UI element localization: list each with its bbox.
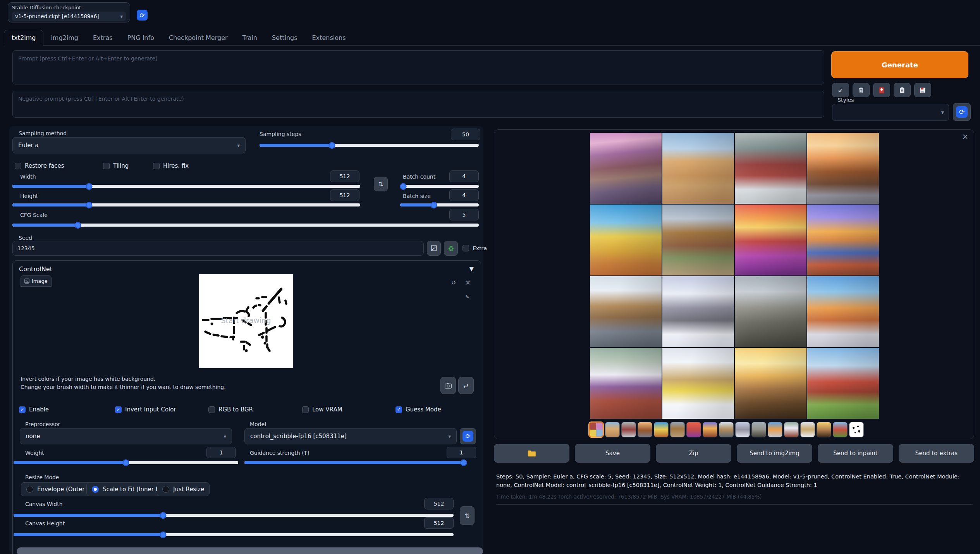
- tab-png-info[interactable]: PNG Info: [120, 30, 162, 45]
- thumbnail-16[interactable]: [833, 422, 848, 437]
- thumbnail-13[interactable]: [784, 422, 799, 437]
- low-vram-checkbox[interactable]: Low VRAM: [302, 406, 342, 413]
- thumbnail-12[interactable]: [768, 422, 782, 437]
- tab-train[interactable]: Train: [235, 30, 265, 45]
- rgb-to-bgr-checkbox[interactable]: RGB to BGR: [208, 406, 253, 413]
- width-value[interactable]: 512: [330, 170, 359, 182]
- gallery-image-13[interactable]: [590, 348, 662, 419]
- thumbnail-9[interactable]: [719, 422, 734, 437]
- brush-icon[interactable]: ✎: [465, 294, 469, 300]
- gallery-image-8[interactable]: [807, 205, 879, 275]
- restore-faces-checkbox[interactable]: Restore faces: [15, 162, 64, 169]
- controlnet-drawing-canvas[interactable]: Start drawing: [199, 274, 293, 368]
- send-to-img2img-button[interactable]: Send to img2img: [737, 444, 812, 463]
- sampling-steps-slider[interactable]: [260, 142, 479, 149]
- seed-input[interactable]: [12, 241, 424, 256]
- gallery-image-10[interactable]: [662, 276, 734, 347]
- thumbnail-6[interactable]: [670, 422, 685, 437]
- thumbnail-15[interactable]: [817, 422, 831, 437]
- gallery-image-4[interactable]: [807, 133, 879, 204]
- model-dropdown[interactable]: control_scribble-fp16 [c508311e] ▾: [244, 428, 457, 444]
- undo-drawing-icon[interactable]: ↺: [451, 279, 456, 286]
- generate-button[interactable]: Generate: [831, 51, 968, 78]
- prompt-input[interactable]: [12, 50, 824, 84]
- thumbnail-7[interactable]: [686, 422, 701, 437]
- guess-mode-checkbox[interactable]: Guess Mode: [395, 406, 441, 413]
- cfg-scale-slider[interactable]: [12, 222, 479, 229]
- gallery-image-16[interactable]: [807, 348, 879, 419]
- invert-input-color-checkbox[interactable]: Invert Input Color: [115, 406, 176, 413]
- gallery-image-6[interactable]: [662, 205, 734, 275]
- sampling-method-dropdown[interactable]: Euler a ▾: [12, 137, 246, 153]
- gallery-image-3[interactable]: [735, 133, 806, 204]
- random-seed-button[interactable]: ⚂: [427, 241, 441, 256]
- open-folder-button[interactable]: [494, 444, 569, 463]
- height-value[interactable]: 512: [330, 189, 359, 201]
- refresh-models-button[interactable]: ⟳: [462, 431, 473, 442]
- clear-image-icon[interactable]: ×: [465, 279, 471, 286]
- sampling-steps-value[interactable]: 50: [451, 129, 480, 140]
- thumbnail-5[interactable]: [654, 422, 669, 437]
- zip-button[interactable]: Zip: [656, 444, 731, 463]
- gallery-image-2[interactable]: [662, 133, 734, 204]
- swap-dimensions-button[interactable]: ⇅: [374, 177, 388, 191]
- height-slider[interactable]: [12, 201, 360, 208]
- gallery-image-11[interactable]: [735, 276, 806, 347]
- hires-fix-checkbox[interactable]: Hires. fix: [153, 162, 189, 169]
- thumbnail-3[interactable]: [621, 422, 636, 437]
- thumbnail-8[interactable]: [703, 422, 717, 437]
- guidance-strength-value[interactable]: 1: [447, 447, 476, 458]
- send-to-extras-button[interactable]: Send to extras: [899, 444, 974, 463]
- canvas-height-value[interactable]: 512: [424, 517, 454, 529]
- refresh-checkpoint-button[interactable]: ⟳: [137, 10, 148, 21]
- weight-slider[interactable]: [14, 459, 238, 466]
- send-to-inpaint-button[interactable]: Send to inpaint: [818, 444, 893, 463]
- gallery-image-5[interactable]: [590, 205, 662, 275]
- clear-prompt-button[interactable]: [853, 83, 870, 97]
- preprocessor-dropdown[interactable]: none ▾: [20, 428, 232, 444]
- apply-style-button[interactable]: [894, 83, 911, 97]
- tab-extras[interactable]: Extras: [86, 30, 120, 45]
- tab-txt2img[interactable]: txt2img: [4, 30, 43, 46]
- gallery-image-12[interactable]: [807, 276, 879, 347]
- extra-networks-button[interactable]: [873, 83, 890, 97]
- gallery-image-15[interactable]: [735, 348, 806, 419]
- save-style-button[interactable]: [914, 83, 931, 97]
- reuse-seed-button[interactable]: ♻: [444, 241, 458, 256]
- thumbnail-scribble-map[interactable]: [849, 422, 864, 437]
- canvas-width-slider[interactable]: [14, 512, 454, 519]
- tab-img2img[interactable]: img2img: [43, 30, 86, 45]
- swap-canvas-dimensions-button[interactable]: ⇅: [460, 506, 475, 525]
- gallery-image-1[interactable]: [590, 133, 662, 204]
- thumbnail-10[interactable]: [735, 422, 750, 437]
- canvas-height-slider[interactable]: [14, 531, 454, 538]
- batch-count-value[interactable]: 4: [449, 170, 479, 182]
- checkpoint-dropdown[interactable]: v1-5-pruned.ckpt [e1441589a6] ▾: [12, 12, 126, 21]
- collapsed-section-bar[interactable]: [17, 547, 483, 554]
- extra-seed-checkbox[interactable]: Extra: [462, 245, 487, 251]
- batch-count-slider[interactable]: [400, 183, 479, 190]
- tab-checkpoint-merger[interactable]: Checkpoint Merger: [162, 30, 235, 45]
- save-button[interactable]: Save: [575, 444, 650, 463]
- weight-value[interactable]: 1: [206, 447, 236, 458]
- mirror-image-button[interactable]: ⇄: [458, 377, 474, 394]
- refresh-styles-button[interactable]: ⟳: [956, 106, 968, 118]
- gallery-image-14[interactable]: [662, 348, 734, 419]
- thumbnail-14[interactable]: [800, 422, 815, 437]
- close-gallery-icon[interactable]: ×: [962, 132, 968, 141]
- negative-prompt-input[interactable]: [12, 91, 824, 118]
- tab-settings[interactable]: Settings: [265, 30, 305, 45]
- guidance-strength-slider[interactable]: [244, 459, 464, 466]
- batch-size-value[interactable]: 4: [449, 189, 479, 201]
- thumbnail-4[interactable]: [638, 422, 652, 437]
- image-tab-chip[interactable]: Image: [21, 275, 52, 287]
- collapse-accordion-icon[interactable]: ▼: [469, 265, 474, 272]
- styles-dropdown[interactable]: ▾: [832, 104, 949, 121]
- gallery-image-9[interactable]: [590, 276, 662, 347]
- canvas-width-value[interactable]: 512: [424, 498, 454, 509]
- thumbnail-11[interactable]: [751, 422, 766, 437]
- cfg-scale-value[interactable]: 5: [449, 209, 479, 220]
- webcam-button[interactable]: [440, 377, 456, 394]
- resize-just-resize-radio[interactable]: Just Resize: [157, 482, 210, 496]
- thumbnail-grid-overview[interactable]: [589, 422, 603, 437]
